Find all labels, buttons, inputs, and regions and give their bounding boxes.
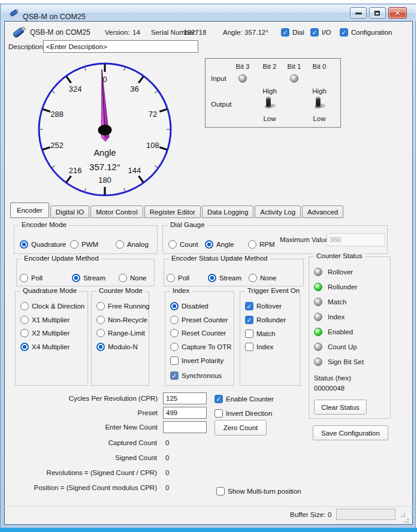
dial-gauge: 03672108144180216252288324 Angle 357.12° [33, 59, 177, 200]
close-button[interactable]: ✕ [388, 7, 407, 19]
group-title: Index [170, 287, 192, 294]
checkbox-invert-direction[interactable]: Invert Direction [214, 409, 272, 418]
readout-value: 0 [165, 454, 169, 461]
checkbox-index[interactable]: Index [245, 342, 273, 351]
toggle-lever [316, 96, 321, 107]
option-label: X4 Multiplier [32, 343, 70, 350]
radio-x4-multiplier[interactable]: X4 Multiplier [20, 342, 70, 351]
checkbox-dial[interactable]: Dial [281, 28, 304, 37]
option-label: Poll [31, 274, 43, 282]
radio-pwm[interactable]: PWM [70, 240, 98, 249]
checkbox-mark [245, 316, 253, 324]
group-trigger-event-on: Trigger Event On RolloverRollunderMatchI… [240, 291, 300, 386]
radio-x1-multiplier[interactable]: X1 Multiplier [20, 315, 70, 324]
serial-value: 102718 [183, 29, 206, 36]
checkbox-show-multi-turn-position[interactable]: Show Multi-turn position [216, 486, 301, 495]
output-toggle-bit2[interactable] [263, 96, 276, 110]
tab-advanced[interactable]: Advanced [302, 205, 343, 218]
window-title: QSB-M on COM25 [23, 13, 86, 21]
radio-poll[interactable]: Poll [167, 273, 189, 282]
radio-count[interactable]: Count [168, 240, 198, 249]
encoder-update-options: PollStreamNone [16, 263, 155, 286]
radio-rpm[interactable]: RPM [248, 240, 275, 249]
option-label: Show Multi-turn position [228, 488, 301, 495]
checkbox-configuration[interactable]: Configuration [340, 28, 392, 37]
maximum-value-input[interactable] [327, 233, 385, 246]
checkbox-rollunder[interactable]: Rollunder [245, 315, 286, 324]
tab-digital-io[interactable]: Digital IO [50, 205, 89, 218]
radio-non-recycle[interactable]: Non-Recycle [96, 315, 147, 324]
checkbox-mark [214, 395, 223, 403]
radio-range-limit[interactable]: Range-Limit [96, 328, 145, 337]
close-icon: ✕ [389, 8, 406, 18]
description-label: Description [8, 43, 43, 50]
radio-none[interactable]: None [249, 273, 277, 282]
radio-mark [20, 343, 29, 351]
option-label: X1 Multiplier [32, 316, 70, 324]
checkbox-mark [340, 28, 348, 37]
radio-preset-counter[interactable]: Preset Counter [170, 315, 228, 324]
status-led-count-up: Count Up [314, 342, 357, 351]
new-count-input[interactable] [163, 421, 207, 433]
radio-free-running[interactable]: Free Running [96, 301, 150, 310]
window-resize-grip[interactable] [403, 518, 410, 525]
radio-clock-direction[interactable]: Clock & Direction [20, 301, 84, 310]
radio-poll[interactable]: Poll [20, 273, 43, 282]
preset-input[interactable] [163, 407, 207, 419]
status-update-options: PollStreamNone [164, 263, 304, 286]
radio-modulo-n[interactable]: Modulo-N [96, 342, 138, 351]
radio-stream[interactable]: Stream [208, 273, 241, 282]
readout-value: 0 [165, 484, 169, 491]
option-label: Modulo-N [108, 343, 138, 350]
checkbox-rollover[interactable]: Rollover [245, 301, 282, 310]
encoder-mode-options: QuadraturePWMAnalog [14, 229, 158, 253]
angle-label: Angle: [223, 29, 243, 36]
io-output-label: Output [211, 101, 232, 108]
checkbox-enable-counter[interactable]: Enable Counter [214, 394, 274, 403]
radio-x2-multiplier[interactable]: X2 Multiplier [20, 328, 70, 337]
description-input[interactable] [43, 40, 198, 53]
group-title: Encoder Update Method [22, 255, 101, 262]
radio-stream[interactable]: Stream [72, 273, 105, 282]
radio-disabled[interactable]: Disabled [170, 301, 208, 310]
radio-none[interactable]: None [119, 273, 147, 282]
radio-quadrature[interactable]: Quadrature [20, 240, 66, 249]
radio-mark [96, 316, 105, 324]
group-title: Counter Status [314, 252, 365, 259]
option-label: Rollover [256, 303, 282, 310]
new-count-label: Enter New Count [36, 424, 158, 431]
tab-label: Register Editor [150, 208, 195, 216]
zero-count-button[interactable]: Zero Count [214, 420, 267, 436]
clear-status-button[interactable]: Clear Status [314, 400, 367, 415]
option-label: Stream [83, 274, 105, 282]
radio-analog[interactable]: Analog [116, 240, 149, 249]
output-toggle-bit0[interactable] [313, 96, 326, 110]
radio-reset-counter[interactable]: Reset Counter [170, 328, 226, 337]
statusbar-resize-grip[interactable] [398, 512, 403, 517]
tab-activity-log[interactable]: Activity Log [255, 205, 301, 218]
tab-data-logging[interactable]: Data Logging [202, 205, 253, 218]
checkbox-match[interactable]: Match [245, 329, 275, 338]
radio-angle[interactable]: Angle [205, 240, 234, 249]
checkbox-i-o[interactable]: I/O [310, 28, 331, 37]
maximize-button[interactable] [369, 7, 386, 19]
tab-encoder[interactable]: Encoder [10, 202, 49, 218]
save-configuration-button[interactable]: Save Configuration [313, 425, 388, 440]
option-label: I/O [322, 29, 331, 36]
option-label: Range-Limit [108, 330, 145, 337]
radio-mark [248, 240, 256, 249]
checkbox-synchronous[interactable]: Synchronous [170, 371, 222, 380]
dial-tick-label: 108 [146, 141, 159, 150]
option-label: None [130, 274, 147, 282]
tab-register-editor[interactable]: Register Editor [144, 205, 201, 218]
minimize-button[interactable] [350, 7, 367, 19]
option-label: Capture To OTR [182, 343, 232, 350]
checkbox-invert-polarity[interactable]: Invert Polarity [170, 356, 223, 365]
cpr-input[interactable] [163, 392, 207, 404]
radio-mark [20, 316, 29, 324]
radio-mark [96, 302, 105, 310]
radio-mark [20, 329, 29, 337]
tab-motor-control[interactable]: Motor Control [90, 205, 143, 218]
bit-header: Bit 0 [307, 63, 332, 70]
radio-capture-to-otr[interactable]: Capture To OTR [170, 342, 232, 351]
